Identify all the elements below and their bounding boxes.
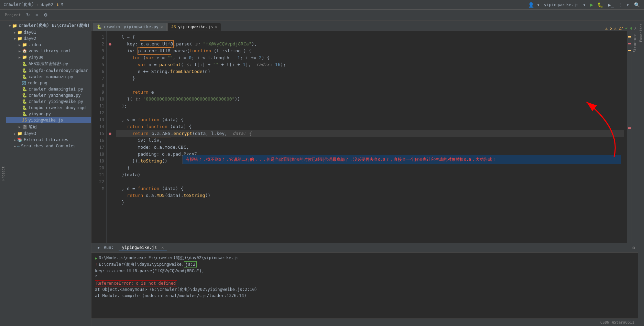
warning-bar: ⚠ 5 △ 27 ✔ 4 ∧ — [605, 26, 636, 31]
code-line-2: key: o.a.enc.Utf8.parse( s: "fX@VyCQVvpd… — [116, 41, 624, 48]
code-line-21: }(data) — [116, 171, 624, 178]
gear-button[interactable]: ⚙ — [42, 11, 50, 19]
js-icon: JS — [171, 24, 176, 29]
console-content[interactable]: ▶ D:\Node.js\node.exe E:\crawler(爬虫)\day… — [91, 253, 638, 318]
tree-item-bingfa[interactable]: 🐍 bingfa-cawlerdouyingduar — [6, 67, 91, 74]
code-line-16: iv: l.iv, — [116, 137, 624, 144]
run-config-label: yipingweike.js — [544, 2, 579, 7]
path-title: day02 — [41, 2, 53, 7]
tree-item-yinyue-py[interactable]: 🐍 yinyue.py — [6, 111, 91, 117]
console-line-1: ▶ D:\Node.js\node.exe E:\crawler(爬虫)\day… — [95, 255, 634, 261]
tree-item-cawler-mm[interactable]: 🐍 cawler maomaozu.py — [6, 74, 91, 80]
tab-crawler-py[interactable]: 🐍 crawler yipingweike.py ✕ — [93, 23, 167, 31]
line-numbers: 1 2 3 4 5 6 7 8 9 10 11 12 13 — [91, 31, 107, 243]
code-line-10: }( t: "00000000000000000000000000000000"… — [116, 96, 624, 103]
close-tab-js[interactable]: ✕ — [215, 25, 217, 29]
top-right-area: 👤 ▾ yipingweike.js ▾ ▶ 🐛 ▶̲ ⋮ ▾ 🔍 — [527, 1, 641, 8]
editor-tabs: 🐍 crawler yipingweike.py ✕ JS yipingweik… — [91, 21, 638, 31]
editor-column: 🐍 crawler yipingweike.py ✕ JS yipingweik… — [91, 21, 638, 326]
project-tree: ▼ 📁 crawler(爬虫) E:\crawler(爬虫) ▶ 📁 day01… — [6, 21, 91, 326]
tree-item-scratches[interactable]: ▶ ✏ Scratches and Consoles — [6, 143, 91, 149]
settings-icon[interactable]: ⚙ — [632, 245, 635, 250]
tree-item-day01[interactable]: ▶ 📁 day01 — [6, 29, 91, 35]
code-line-24: return o.a.MD5(data).toString() — [116, 192, 624, 199]
bottom-tabs: ▶ Run: yipingweike.js ✕ ⚙ — [91, 243, 638, 253]
warn-indicator2 — [628, 50, 631, 51]
tree-item-root[interactable]: ▼ 📁 crawler(爬虫) E:\crawler(爬虫) — [6, 22, 91, 29]
code-line-5: var n = parseInt( s: t[i] + "" + t[i + 1… — [116, 61, 624, 68]
search-icon[interactable]: 🔍 — [633, 1, 641, 8]
err-indicator3 — [628, 127, 631, 129]
toolbar: Project ↻ ≡ ⚙ − — [0, 10, 644, 21]
code-line-22 — [116, 178, 624, 185]
tree-item-day02[interactable]: ▼ 📁 day02 — [6, 35, 91, 42]
structure-panel[interactable]: Structure — [632, 31, 638, 243]
err-indicator — [628, 43, 631, 44]
favorites-label[interactable]: Favorites — [639, 23, 643, 42]
tree-item-aes[interactable]: 🐍 AES算法加密解密.py — [6, 60, 91, 67]
tree-item-tongbu[interactable]: 🐍 tongbu-crawler douyingd — [6, 105, 91, 111]
triangle-count[interactable]: △ 27 — [614, 26, 623, 31]
code-line-7: } — [116, 75, 624, 82]
console-trace-1: at Object.<anonymous> (E:\crawler(爬虫)\da… — [95, 286, 634, 293]
code-content[interactable]: l = { key: o.a.enc.Utf8.parse( s: "fX@Vy… — [113, 31, 627, 243]
tree-item-day03[interactable]: ▶ 📁 day03 — [6, 130, 91, 137]
favorites-panel[interactable]: Favorites — [638, 21, 644, 326]
info-icon[interactable]: ℹ — [57, 2, 58, 7]
title-bar-left: crawler(爬虫) › day02 ℹ M — [3, 2, 63, 8]
py-icon: 🐍 — [97, 24, 102, 29]
project-sidebar-label[interactable]: Project — [0, 21, 6, 326]
m-label: M — [61, 2, 63, 7]
code-line-12 — [116, 109, 624, 116]
console-line-2: ! E:\crawler(爬虫)\day02\yipingweike.js:2 — [95, 261, 634, 268]
more-run-options[interactable]: ⋮ ▾ — [618, 1, 630, 8]
tree-item-crawler-yiping[interactable]: 🐍 crawler yipingweike.py — [6, 98, 91, 105]
tree-item-yipingweike-js[interactable]: JS yipingweike.js — [6, 117, 91, 123]
code-area: 1 2 3 4 5 6 7 8 9 10 11 12 13 — [91, 31, 638, 243]
yipingweike-run-tab[interactable]: yipingweike.js ✕ — [119, 244, 167, 251]
tab-yipingweike-js[interactable]: JS yipingweike.js ✕ — [167, 23, 221, 31]
code-line-25: } — [116, 199, 624, 206]
run-config-dropdown[interactable]: ▾ — [582, 1, 586, 8]
user-icon[interactable]: 👤 ▾ — [527, 1, 541, 8]
warn-indicator — [628, 36, 631, 38]
code-line-9: return e — [116, 89, 624, 96]
tree-item-yinyue-folder[interactable]: ▶ 📁 yinyue — [6, 54, 91, 60]
tree-item-ext-libs[interactable]: ▶ 📚 External Libraries — [6, 137, 91, 143]
list-button[interactable]: ≡ — [33, 11, 40, 19]
structure-label[interactable]: Structure — [633, 34, 637, 52]
tree-item-idea[interactable]: ▶ 📁 .idea — [6, 42, 91, 48]
bottom-panel: ▶ Run: yipingweike.js ✕ ⚙ ▶ D:\Node.js\n… — [91, 243, 638, 318]
right-error-gutter — [627, 31, 632, 243]
err-arrow-icon: ! — [95, 262, 97, 268]
ok-count[interactable]: ✔ 4 — [625, 26, 632, 31]
console-trace-2: at Module._compile (node:internal/module… — [95, 293, 634, 299]
status-right: CSDN @Stara0511 — [600, 320, 634, 325]
tree-item-crawler-dama[interactable]: 🐍 crawler damapingtai.py — [6, 86, 91, 92]
close-run-tab[interactable]: ✕ — [161, 245, 164, 250]
project-title: crawler(爬虫) — [3, 2, 34, 8]
console-error-line: ReferenceError: o is not defined — [95, 280, 634, 286]
coverage-button[interactable]: ▶̲ — [607, 1, 614, 8]
tree-item-notes[interactable]: ▶ 📓 笔记 — [6, 123, 91, 130]
annotation-text: 有报错了，找不到o了，它说第二行的，，，但是当你看到算法的时候已经到代码最底部了… — [186, 157, 496, 162]
code-line-14: return function (data) { — [116, 123, 624, 130]
run-icon: ▶ — [98, 245, 100, 250]
code-line-1: l = { — [116, 34, 624, 41]
code-line-6: e += String.fromCharCode(n) — [116, 68, 624, 75]
close-tab-py[interactable]: ✕ — [161, 25, 163, 29]
tree-item-code-png[interactable]: 🖼 code.png — [6, 80, 91, 86]
warning-count[interactable]: ⚠ 5 — [605, 26, 612, 31]
tree-item-crawler-yanz[interactable]: 🐍 crawler yanzhengma.py — [6, 92, 91, 98]
run-button[interactable]: ▶ — [590, 1, 593, 8]
sync-button[interactable]: ↻ — [24, 11, 32, 19]
debug-button[interactable]: 🐛 — [597, 1, 604, 8]
expand-warnings[interactable]: ∧ — [634, 26, 636, 31]
code-line-17: mode: o.a.mode.CBC, — [116, 144, 624, 151]
project-sidebar: ▼ 📁 crawler(爬虫) E:\crawler(爬虫) ▶ 📁 day01… — [6, 21, 91, 326]
tree-item-venv[interactable]: ▶ 🏠 venv library root — [6, 48, 91, 54]
collapse-button[interactable]: − — [51, 11, 58, 19]
project-tab-label[interactable]: Project — [3, 12, 23, 18]
console-line-4: ^ — [95, 274, 634, 280]
annotation-banner: 有报错了，找不到o了，它说第二行的，，，但是当你看到算法的时候已经到代码最底部了… — [183, 155, 621, 164]
